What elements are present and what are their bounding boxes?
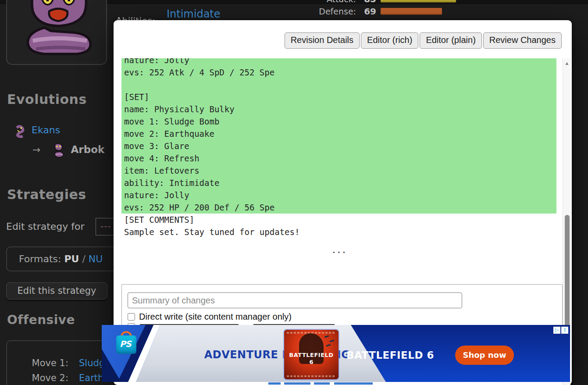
direct-write-label: Direct write (site content manager only) xyxy=(139,312,292,322)
clipped-link-fragment xyxy=(334,382,373,385)
cover-title-line1: BATTLEFIELD xyxy=(284,352,339,358)
ps-logo-glyph: PS xyxy=(120,339,131,349)
move-1-link[interactable]: Sludg xyxy=(79,358,105,368)
format-pu: PU xyxy=(64,253,79,264)
formats-box: Formats: PU / NU xyxy=(6,246,120,271)
strategies-heading: Strategies xyxy=(7,187,86,202)
screen: Abilities: Intimidate Attack: 85 Defense… xyxy=(0,0,588,385)
clipped-link-fragment xyxy=(268,382,281,385)
pokemon-sprite-box xyxy=(6,0,107,65)
clipped-link-fragment xyxy=(314,382,330,385)
cover-jet-icon xyxy=(330,340,334,342)
tab-review-changes[interactable]: Review Changes xyxy=(483,32,562,49)
stat-bar xyxy=(381,0,456,3)
ability-link-intimidate[interactable]: Intimidate xyxy=(167,8,221,20)
cover-jet-icon xyxy=(326,344,331,347)
arbok-sprite xyxy=(8,0,107,61)
ad-banner[interactable]: PS ADVENTURE IS CALLING BATTLEFIELD 6 BA… xyxy=(102,325,570,382)
tab-editor-rich[interactable]: Editor (rich) xyxy=(361,32,418,49)
scrollbar-up-arrow[interactable]: ▲ xyxy=(563,61,571,66)
tab-editor-plain[interactable]: Editor (plain) xyxy=(420,32,481,49)
stat-row-attack: Attack: 85 xyxy=(307,0,509,5)
cover-jet-icon xyxy=(324,335,329,338)
offensive-heading: Offensive xyxy=(7,313,75,327)
arbok-mini-sprite xyxy=(51,143,66,159)
adchoices-icon[interactable]: ▷ xyxy=(553,327,560,334)
modal-tab-bar: Revision Details Editor (rich) Editor (p… xyxy=(285,32,562,49)
stat-value: 85 xyxy=(356,0,381,4)
clipped-link-fragment xyxy=(284,382,310,385)
battlefield-cover-art: BATTLEFIELD 6 xyxy=(284,330,339,379)
format-link-nu[interactable]: NU xyxy=(89,253,103,264)
ad-game-title: BATTLEFIELD 6 xyxy=(346,349,434,361)
stat-label: Defense: xyxy=(307,7,356,16)
diff-view: nature: Jolly evs: 252 Atk / 4 SpD / 252… xyxy=(121,58,556,255)
stat-label: Attack: xyxy=(307,0,356,4)
shop-now-button[interactable]: Shop now xyxy=(455,346,514,365)
evolution-row-ekans: Ekans xyxy=(13,125,60,139)
move-2-link[interactable]: Earth xyxy=(79,373,103,383)
diff-context-block: [SET COMMENTS] Sample set. Stay tuned fo… xyxy=(121,214,556,238)
move-2-label: Move 2: xyxy=(29,373,68,383)
evolution-link-ekans[interactable]: Ekans xyxy=(32,125,60,135)
ekans-mini-sprite xyxy=(13,125,26,138)
summary-of-changes-input[interactable] xyxy=(128,292,462,308)
direct-write-row: Direct write (site content manager only) xyxy=(128,312,292,322)
formats-label: Formats: xyxy=(19,253,61,264)
cover-microtext xyxy=(287,375,336,377)
evolution-arrow: → xyxy=(32,144,40,155)
stat-value: 69 xyxy=(356,6,381,17)
direct-write-checkbox[interactable] xyxy=(128,313,135,321)
ad-menu-icon[interactable]: ⋮ xyxy=(561,327,568,334)
stat-bar xyxy=(381,8,442,15)
diff-collapsed-ellipsis: ... xyxy=(121,245,556,255)
evolution-row-arbok: → Arbok xyxy=(32,143,104,160)
tab-revision-details[interactable]: Revision Details xyxy=(285,32,360,49)
diff-added-block: nature: Jolly evs: 252 Atk / 4 SpD / 252… xyxy=(121,58,556,214)
format-separator: / xyxy=(79,253,88,264)
evolution-current-arbok: Arbok xyxy=(71,144,105,155)
evolutions-heading: Evolutions xyxy=(7,92,87,107)
stat-row-defense: Defense: 69 xyxy=(307,5,509,18)
cover-title-line2: 6 xyxy=(284,359,339,365)
edit-strategy-for-label: Edit strategy for xyxy=(6,221,85,232)
edit-this-strategy-button[interactable]: Edit this strategy xyxy=(6,282,107,299)
playstation-store-icon: PS xyxy=(116,331,136,354)
move-1-label: Move 1: xyxy=(29,358,68,368)
